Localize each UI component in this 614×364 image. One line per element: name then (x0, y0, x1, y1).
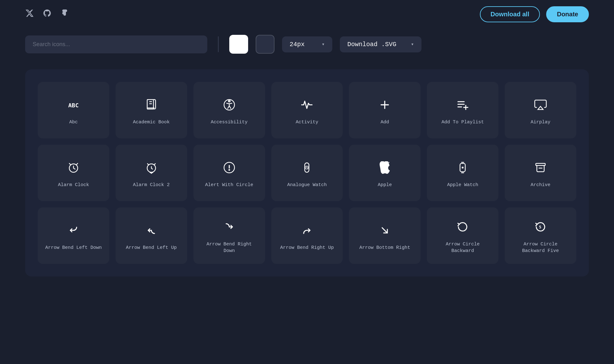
icon-label-apple-watch: Apple Watch (447, 182, 478, 188)
icon-label-airplay: Airplay (531, 119, 551, 126)
icons-grid: ABC Abc Academic Book (38, 82, 576, 264)
icon-label-arrow-bend-right-up: Arrow Bend Right Up (280, 244, 334, 251)
icon-card-arrow-bend-left-down[interactable]: Arrow Bend Left Down (38, 207, 109, 264)
toolbar-divider (218, 36, 219, 52)
icon-card-activity[interactable]: Activity (271, 82, 343, 138)
icon-card-arrow-bend-right-down[interactable]: Arrow Bend Right Down (193, 207, 265, 264)
size-value: 24px (290, 41, 305, 48)
icon-label-arrow-bend-right-down: Arrow Bend Right Down (200, 241, 259, 254)
arrow-bend-right-down-icon (221, 219, 237, 235)
icon-label-alarm-clock: Alarm Clock (58, 182, 89, 188)
twitter-icon[interactable] (25, 9, 34, 20)
donate-button[interactable]: Donate (546, 6, 589, 22)
social-icons (25, 9, 69, 20)
icon-label-academic-book: Academic Book (133, 119, 170, 126)
icon-label-arrow-bottom-right: Arrow Bottom Right (359, 244, 410, 251)
arrow-bend-right-up-icon (299, 222, 315, 238)
alarm-clock-icon (66, 160, 81, 175)
icon-card-abc[interactable]: ABC Abc (38, 82, 109, 138)
apple-icon (377, 160, 393, 175)
icon-card-accessibility[interactable]: Accessibility (193, 82, 265, 138)
arrow-circle-backward-five-icon: 5 (533, 219, 548, 235)
arrow-bend-left-down-icon (66, 222, 81, 238)
icon-card-arrow-circle-backward[interactable]: Arrow Circle Backward (427, 207, 498, 264)
airplay-icon (533, 97, 548, 113)
icon-label-alert-with-circle: Alert With Circle (205, 182, 253, 188)
svg-text:5: 5 (539, 225, 541, 229)
download-all-button[interactable]: Download all (480, 6, 540, 22)
icon-label-accessibility: Accessibility (211, 119, 247, 126)
icon-card-alarm-clock[interactable]: Alarm Clock (38, 145, 109, 201)
icon-card-apple-watch[interactable]: Apple Watch (427, 145, 498, 201)
svg-line-22 (151, 168, 152, 169)
svg-point-27 (229, 169, 230, 170)
svg-line-19 (76, 163, 78, 165)
top-actions: Download all Donate (480, 6, 589, 22)
icon-label-add: Add (381, 119, 389, 126)
add-to-playlist-icon (455, 97, 470, 113)
icon-label-arrow-bend-left-up: Arrow Bend Left Up (126, 244, 177, 251)
icon-label-archive: Archive (531, 182, 551, 188)
accessibility-icon (221, 97, 237, 113)
search-input[interactable] (25, 35, 207, 53)
color-swatch-dark[interactable] (256, 35, 274, 54)
main-content: ABC Abc Academic Book (0, 60, 614, 286)
icon-label-alarm-clock-2: Alarm Clock 2 (133, 182, 170, 188)
icon-card-arrow-bottom-right[interactable]: Arrow Bottom Right (349, 207, 421, 264)
color-swatch-white[interactable] (229, 35, 248, 54)
download-format-dropdown[interactable]: Download .SVG ▾ (340, 36, 421, 52)
icon-card-add-to-playlist[interactable]: Add To Playlist (427, 82, 498, 138)
icon-label-arrow-circle-backward-five: Arrow Circle Backward Five (511, 241, 570, 254)
icon-label-arrow-circle-backward: Arrow Circle Backward (433, 241, 492, 254)
icon-card-archive[interactable]: Archive (505, 145, 576, 201)
svg-point-5 (228, 100, 230, 102)
add-icon (377, 97, 393, 113)
icon-card-alarm-clock-2[interactable]: Alarm Clock 2 (116, 145, 187, 201)
abc-icon: ABC (66, 97, 81, 113)
icon-label-apple: Apple (378, 182, 392, 188)
download-format-label: Download .SVG (347, 41, 396, 48)
svg-line-31 (307, 168, 307, 168)
icon-label-activity: Activity (296, 119, 318, 126)
arrow-bend-left-up-icon (144, 222, 159, 238)
alarm-clock-2-icon (144, 160, 159, 175)
icon-label-abc: Abc (69, 119, 78, 126)
arrow-circle-backward-icon (455, 219, 470, 235)
analogue-watch-icon (299, 160, 315, 175)
github-icon[interactable] (43, 9, 52, 20)
svg-rect-36 (536, 163, 545, 165)
apple-watch-icon (455, 160, 470, 175)
size-dropdown[interactable]: 24px ▾ (282, 36, 332, 52)
svg-text:ABC: ABC (68, 102, 79, 109)
icons-grid-container: ABC Abc Academic Book (25, 69, 589, 276)
icon-card-apple[interactable]: Apple (349, 145, 421, 201)
icon-label-add-to-playlist: Add To Playlist (442, 119, 484, 126)
top-bar: Download all Donate (0, 0, 614, 29)
icon-card-alert-with-circle[interactable]: Alert With Circle (193, 145, 265, 201)
size-chevron-icon: ▾ (322, 41, 325, 47)
toolbar: 24px ▾ Download .SVG ▾ (0, 29, 614, 60)
svg-line-38 (382, 228, 388, 233)
icon-card-academic-book[interactable]: Academic Book (116, 82, 187, 138)
icon-label-arrow-bend-left-down: Arrow Bend Left Down (45, 244, 102, 251)
academic-book-icon (144, 97, 159, 113)
activity-icon (299, 97, 315, 113)
alert-with-circle-icon (221, 160, 237, 175)
svg-line-17 (73, 168, 75, 169)
icon-card-add[interactable]: Add (349, 82, 421, 138)
icon-card-arrow-bend-right-up[interactable]: Arrow Bend Right Up (271, 207, 343, 264)
svg-line-18 (69, 163, 71, 165)
icon-label-analogue-watch: Analogue Watch (287, 182, 327, 188)
icon-card-arrow-bend-left-up[interactable]: Arrow Bend Left Up (116, 207, 187, 264)
icon-card-analogue-watch[interactable]: Analogue Watch (271, 145, 343, 201)
icon-card-airplay[interactable]: Airplay (505, 82, 576, 138)
svg-marker-14 (538, 106, 543, 110)
arrow-bottom-right-icon (377, 222, 393, 238)
download-chevron-icon: ▾ (411, 41, 414, 47)
figma-icon[interactable] (60, 9, 69, 20)
svg-point-35 (462, 167, 463, 168)
icon-card-arrow-circle-backward-five[interactable]: 5 Arrow Circle Backward Five (505, 207, 576, 264)
archive-icon (533, 160, 548, 175)
